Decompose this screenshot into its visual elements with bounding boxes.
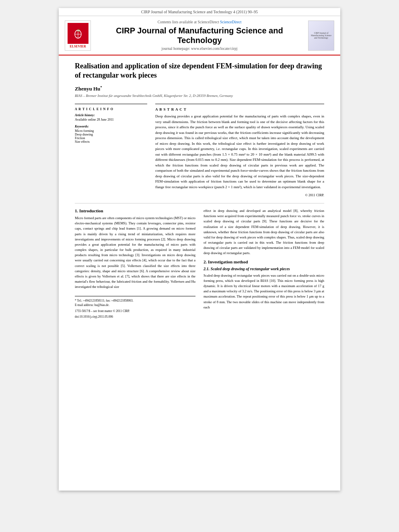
footnote-area: * Tel.: +4942121858111; fax: +4942121858…: [75, 296, 195, 319]
body-left-col: 1. Introduction Micro formed parts are o…: [75, 208, 195, 318]
footnote-tel: * Tel.: +4942121858111; fax: +4942121858…: [75, 298, 195, 303]
section2-heading: 2. Investigation method: [204, 259, 324, 264]
article-info-heading: A R T I C L E I N F O: [75, 107, 147, 111]
section21-text: Scaled deep drawing of rectangular work …: [204, 273, 324, 310]
intro-paragraph: Micro formed parts are often components …: [75, 216, 195, 290]
elsevier-logo: 🌿 ELSEVIER: [65, 21, 91, 51]
top-bar: CIRP Journal of Manufacturing Science an…: [59, 8, 340, 16]
section21-heading: 2.1. Scaled deep drawing of rectangular …: [204, 267, 324, 271]
footnote-email: E-mail address: hu@bias.de.: [75, 303, 195, 307]
page: CIRP Journal of Manufacturing Science an…: [59, 8, 340, 491]
history-label: Article history:: [75, 113, 147, 117]
journal-title-block: Contents lists available at ScienceDirec…: [95, 20, 304, 51]
journal-header: 🌿 ELSEVIER Contents lists available at S…: [59, 16, 340, 55]
elsevier-text: ELSEVIER: [70, 45, 86, 48]
article-info-abstract: A R T I C L E I N F O Article history: A…: [75, 104, 324, 197]
content-area: Realisation and application of size depe…: [59, 55, 340, 325]
keyword-deep-drawing: Deep drawing: [75, 133, 147, 136]
sciencedirect-link: Contents lists available at ScienceDirec…: [95, 20, 304, 24]
abstract-text: Deep drawing provides a great applicatio…: [155, 114, 324, 190]
keyword-friction: Friction: [75, 136, 147, 140]
intro-heading: 1. Introduction: [75, 208, 195, 213]
thumb-text: CIRP Journal of Manufacturing Science an…: [310, 32, 333, 39]
keyword-size-effects: Size effects: [75, 140, 147, 144]
journal-thumbnail: CIRP Journal of Manufacturing Science an…: [308, 21, 334, 51]
abstract-section: A B S T R A C T Deep drawing provides a …: [155, 104, 324, 197]
body-content: 1. Introduction Micro formed parts are o…: [75, 208, 324, 318]
article-title: Realisation and application of size depe…: [75, 62, 324, 80]
journal-citation: CIRP Journal of Manufacturing Science an…: [141, 10, 258, 14]
right-intro-text: effect in deep drawing and developed an …: [204, 208, 324, 256]
history-value: Available online 28 June 2011: [75, 118, 147, 121]
keywords-label: Keywords:: [75, 125, 147, 128]
affiliation: BIAS – Bremer Institut für angewandte St…: [75, 94, 324, 98]
doi-line: doi:10.1016/j.cirpj.2011.05.006: [75, 315, 195, 318]
section-divider: [75, 203, 324, 203]
keyword-micro-forming: Micro forming: [75, 129, 147, 133]
sciencedirect-anchor[interactable]: ScienceDirect: [220, 20, 241, 24]
journal-homepage: journal homepage: www.elsevier.com/locat…: [95, 47, 304, 51]
article-info: A R T I C L E I N F O Article history: A…: [75, 104, 147, 197]
author-name: Zhenyu Hu*: [75, 85, 324, 92]
issn-line: 1755-5817/$ – see front matter © 2011 CI…: [75, 309, 195, 313]
copyright: © 2011 CIRP.: [155, 193, 324, 197]
journal-main-title: CIRP Journal of Manufacturing Science an…: [95, 26, 304, 45]
body-right-col: effect in deep drawing and developed an …: [204, 208, 324, 318]
abstract-heading: A B S T R A C T: [155, 107, 324, 111]
